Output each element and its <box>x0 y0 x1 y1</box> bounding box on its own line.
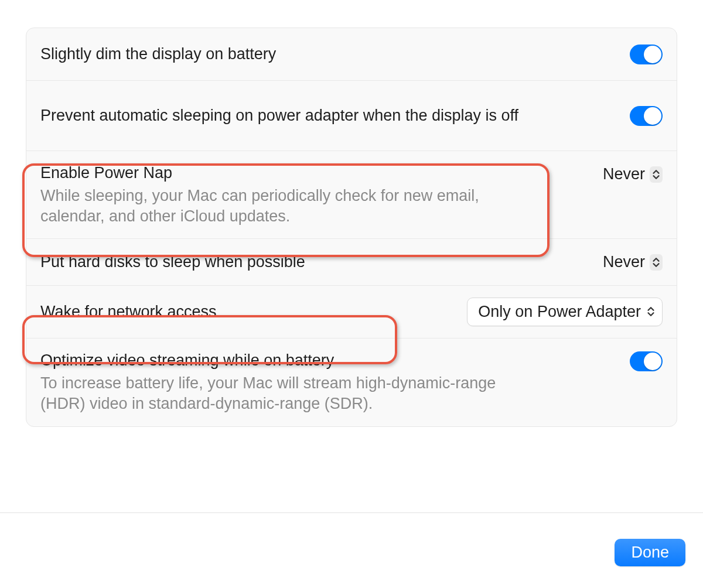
optimize-video-title: Optimize video streaming while on batter… <box>40 350 521 371</box>
optimize-video-toggle[interactable] <box>630 351 663 371</box>
toggle-knob <box>644 107 661 125</box>
power-nap-desc: While sleeping, your Mac can periodicall… <box>40 186 521 227</box>
setting-row-hard-disks: Put hard disks to sleep when possible Ne… <box>26 239 677 286</box>
power-nap-popup[interactable]: Never <box>603 165 663 183</box>
setting-row-wake-network: Wake for network access Only on Power Ad… <box>26 286 677 339</box>
wake-network-popup[interactable]: Only on Power Adapter <box>467 298 663 326</box>
toggle-knob <box>644 46 661 63</box>
dim-display-title: Slightly dim the display on battery <box>40 44 521 64</box>
setting-row-power-nap: Enable Power Nap While sleeping, your Ma… <box>26 151 677 239</box>
hard-disks-popup[interactable]: Never <box>603 253 663 271</box>
updown-chevron-icon <box>650 166 663 183</box>
wake-network-title: Wake for network access <box>40 302 455 322</box>
hard-disks-value: Never <box>603 253 645 271</box>
hard-disks-title: Put hard disks to sleep when possible <box>40 252 521 272</box>
updown-chevron-icon <box>647 303 655 321</box>
settings-panel: Slightly dim the display on battery Prev… <box>26 28 677 427</box>
bottom-divider <box>0 512 703 513</box>
power-nap-title: Enable Power Nap <box>40 163 521 183</box>
optimize-video-desc: To increase battery life, your Mac will … <box>40 373 521 414</box>
setting-row-optimize-video: Optimize video streaming while on batter… <box>26 339 677 426</box>
prevent-sleep-title: Prevent automatic sleeping on power adap… <box>40 105 521 126</box>
wake-network-value: Only on Power Adapter <box>478 303 641 321</box>
toggle-knob <box>644 353 661 370</box>
setting-row-prevent-sleep: Prevent automatic sleeping on power adap… <box>26 81 677 151</box>
dim-display-toggle[interactable] <box>630 45 663 64</box>
power-nap-value: Never <box>603 165 645 183</box>
updown-chevron-icon <box>650 254 663 271</box>
prevent-sleep-toggle[interactable] <box>630 106 663 126</box>
done-button[interactable]: Done <box>615 539 685 566</box>
setting-row-dim-display: Slightly dim the display on battery <box>26 28 677 81</box>
